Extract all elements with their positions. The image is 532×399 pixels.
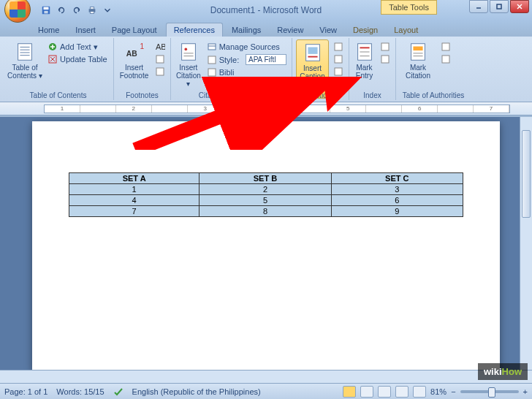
table-row[interactable]: 789 <box>69 206 463 217</box>
spellcheck-icon[interactable] <box>113 387 123 397</box>
svg-rect-24 <box>208 44 216 50</box>
group-footnotes-label: Footnotes <box>114 91 170 99</box>
tab-view[interactable]: View <box>312 23 344 37</box>
group-citations-label: Citations & Bibliog... <box>171 91 292 99</box>
status-words[interactable]: Words: 15/15 <box>56 387 104 396</box>
view-web-layout[interactable] <box>378 386 391 398</box>
zoom-in-icon[interactable]: + <box>523 387 528 396</box>
vertical-scrollbar[interactable] <box>520 117 532 370</box>
minimize-button[interactable] <box>469 0 488 13</box>
group-captions-label: Captions <box>292 91 349 99</box>
status-page[interactable]: Page: 1 of 1 <box>4 387 48 396</box>
auth-small-2[interactable] <box>439 53 452 65</box>
svg-rect-39 <box>381 56 389 63</box>
office-button[interactable] <box>4 0 31 23</box>
group-authorities-label: Table of Authorities <box>396 91 471 99</box>
svg-text:AB: AB <box>126 50 137 58</box>
insert-citation-button[interactable]: Insert Citation ▾ <box>175 39 202 99</box>
maximize-button[interactable] <box>490 0 509 13</box>
bibliography-button[interactable]: Bibli <box>205 66 288 78</box>
tab-references[interactable]: References <box>166 23 223 37</box>
close-button[interactable] <box>510 0 529 13</box>
page: SET ASET BSET C 123456789 <box>32 121 500 370</box>
horizontal-scrollbar[interactable] <box>0 370 532 383</box>
svg-rect-26 <box>208 56 216 64</box>
svg-rect-45 <box>442 56 449 63</box>
zoom-level[interactable]: 81% <box>430 387 446 396</box>
footnote-small-2[interactable] <box>153 53 167 65</box>
table-header[interactable]: SET C <box>331 173 463 184</box>
view-print-layout[interactable] <box>343 386 356 398</box>
tab-layout[interactable]: Layout <box>387 23 425 37</box>
view-draft[interactable] <box>413 386 426 398</box>
tab-design[interactable]: Design <box>346 23 385 37</box>
wikihow-watermark: wikiHow <box>478 363 528 380</box>
tab-review[interactable]: Review <box>270 23 311 37</box>
footnote-small-3[interactable] <box>153 66 167 77</box>
group-index-label: Index <box>349 91 395 99</box>
ribbon: Table of Contents ▾ Add Text ▾ Update Ta… <box>0 37 532 102</box>
table-of-contents-button[interactable]: Table of Contents ▾ <box>7 39 43 99</box>
ruler[interactable]: 1234567 <box>0 102 532 115</box>
index-small-2[interactable] <box>379 53 392 65</box>
caption-small-3[interactable] <box>332 66 345 77</box>
svg-rect-29 <box>308 48 317 54</box>
footnote-small-1[interactable]: AB <box>153 41 167 53</box>
table-row[interactable]: 123 <box>69 184 463 195</box>
view-full-screen[interactable] <box>360 386 373 398</box>
svg-rect-20 <box>181 44 195 61</box>
zoom-out-icon[interactable]: − <box>451 387 455 396</box>
window-title: Document1 - Microsoft Word <box>0 5 532 15</box>
svg-rect-7 <box>497 4 501 9</box>
svg-rect-8 <box>18 44 32 61</box>
update-table-button[interactable]: Update Table <box>46 53 109 65</box>
style-selector[interactable]: Style: APA Fiftl <box>205 53 288 66</box>
document-area[interactable]: SET ASET BSET C 123456789 <box>0 117 532 370</box>
svg-text:1: 1 <box>140 42 144 50</box>
mark-entry-button[interactable]: Mark Entry <box>353 39 376 99</box>
svg-rect-44 <box>442 43 449 50</box>
manage-sources-button[interactable]: Manage Sources <box>205 41 288 53</box>
table-header[interactable]: SET A <box>69 173 200 184</box>
add-text-button[interactable]: Add Text ▾ <box>46 41 109 53</box>
svg-rect-32 <box>335 56 342 63</box>
svg-rect-33 <box>335 68 342 75</box>
tab-page-layout[interactable]: Page Layout <box>104 23 164 37</box>
svg-rect-38 <box>381 43 389 50</box>
table-row[interactable]: 456 <box>69 195 463 206</box>
svg-rect-40 <box>411 44 425 61</box>
ribbon-tabs: Home Insert Page Layout References Maili… <box>0 20 532 37</box>
svg-rect-27 <box>208 69 216 76</box>
svg-rect-18 <box>156 56 164 63</box>
zoom-slider[interactable] <box>460 390 519 393</box>
insert-footnote-button[interactable]: AB1 Insert Footnote <box>118 39 151 99</box>
table-tools-label: Table Tools <box>381 0 437 15</box>
caption-small-2[interactable] <box>332 53 345 65</box>
table-header[interactable]: SET B <box>200 173 331 184</box>
svg-rect-19 <box>156 68 164 75</box>
insert-caption-button[interactable]: Insert Caption <box>296 39 329 99</box>
group-toc-label: Table of Contents <box>3 91 113 99</box>
mark-citation-button[interactable]: Mark Citation <box>400 39 436 99</box>
tab-mailings[interactable]: Mailings <box>224 23 268 37</box>
svg-rect-31 <box>335 43 342 50</box>
auth-small-1[interactable] <box>439 41 452 53</box>
status-bar: Page: 1 of 1 Words: 15/15 English (Repub… <box>0 383 532 399</box>
index-small-1[interactable] <box>379 41 392 53</box>
caption-small-1[interactable] <box>332 41 345 53</box>
status-language[interactable]: English (Republic of the Philippines) <box>132 387 261 396</box>
document-table[interactable]: SET ASET BSET C 123456789 <box>69 172 463 217</box>
tab-home[interactable]: Home <box>31 23 66 37</box>
svg-point-21 <box>184 48 187 50</box>
tab-insert[interactable]: Insert <box>68 23 103 37</box>
svg-rect-41 <box>413 47 422 51</box>
view-outline[interactable] <box>395 386 408 398</box>
svg-text:AB: AB <box>156 42 165 51</box>
